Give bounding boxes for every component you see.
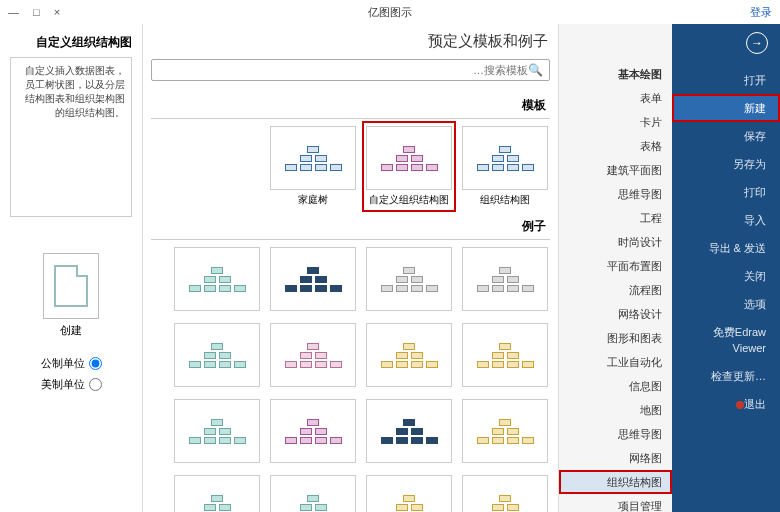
window-controls: — □ × <box>8 6 60 18</box>
thumb-row: 家庭树自定义组织结构图组织结构图 <box>151 123 550 210</box>
file-menu-item[interactable]: 关闭 <box>672 262 780 290</box>
template-thumb[interactable] <box>460 472 550 512</box>
template-thumb[interactable] <box>172 244 262 314</box>
template-gallery: 预定义模板和例子 🔍 模板家庭树自定义组织结构图组织结构图例子 <box>142 24 558 512</box>
file-menu-item[interactable]: 导出 & 发送 <box>672 234 780 262</box>
preview-description: 自定义插入数据图表，员工树状图，以及分层结构图表和组织架构图的组织结构图。 <box>10 57 132 217</box>
thumb-preview <box>366 323 452 387</box>
thumb-caption: 家庭树 <box>298 193 328 207</box>
exit-dot-icon <box>736 401 744 409</box>
document-icon <box>54 265 88 307</box>
gallery-heading: 预定义模板和例子 <box>143 24 558 55</box>
unit-radio-input[interactable] <box>89 378 102 391</box>
thumb-preview <box>462 126 548 190</box>
unit-radio-input[interactable] <box>89 357 102 370</box>
file-menu-item[interactable]: 另存为 <box>672 150 780 178</box>
template-thumb[interactable] <box>268 244 358 314</box>
thumb-preview <box>270 399 356 463</box>
file-menu-item[interactable]: 导入 <box>672 206 780 234</box>
category-item[interactable]: 基本绘图 <box>559 62 672 86</box>
template-thumb[interactable]: 自定义组织结构图 <box>364 123 454 210</box>
template-thumb[interactable] <box>460 320 550 390</box>
thumb-preview <box>366 247 452 311</box>
gallery-scroll[interactable]: 模板家庭树自定义组织结构图组织结构图例子 <box>143 85 558 512</box>
thumb-preview <box>270 247 356 311</box>
category-item[interactable]: 卡片 <box>559 110 672 134</box>
thumb-preview <box>174 399 260 463</box>
category-list: 基本绘图表单卡片表格建筑平面图思维导图工程时尚设计平面布置图流程图网络设计图形和… <box>558 24 672 512</box>
thumb-preview <box>462 399 548 463</box>
thumb-preview <box>462 475 548 512</box>
file-menu-item[interactable]: 退出 <box>672 390 780 418</box>
unit-radio-label: 公制单位 <box>41 356 85 371</box>
minimize-button[interactable]: — <box>8 6 19 18</box>
category-item[interactable]: 建筑平面图 <box>559 158 672 182</box>
thumb-preview <box>462 323 548 387</box>
category-item[interactable]: 地图 <box>559 398 672 422</box>
template-thumb[interactable] <box>172 472 262 512</box>
preview-panel: 自定义组织结构图 自定义插入数据图表，员工树状图，以及分层结构图表和组织架构图的… <box>0 24 142 512</box>
search-input[interactable] <box>158 64 528 76</box>
category-item[interactable]: 思维导图 <box>559 182 672 206</box>
category-item[interactable]: 表格 <box>559 134 672 158</box>
unit-radio-group: 公制单位美制单位 <box>41 356 102 392</box>
thumb-preview <box>366 399 452 463</box>
template-thumb[interactable] <box>268 472 358 512</box>
maximize-button[interactable]: □ <box>33 6 40 18</box>
create-label: 创建 <box>60 323 82 338</box>
category-item[interactable]: 组织结构图 <box>559 470 672 494</box>
template-thumb[interactable] <box>172 320 262 390</box>
template-thumb[interactable] <box>460 396 550 466</box>
category-item[interactable]: 网络设计 <box>559 302 672 326</box>
template-thumb[interactable] <box>172 396 262 466</box>
template-thumb[interactable] <box>364 244 454 314</box>
close-button[interactable]: × <box>54 6 60 18</box>
file-menu-item[interactable]: 免费Edraw Viewer <box>672 318 780 362</box>
category-item[interactable]: 表单 <box>559 86 672 110</box>
app-title: 亿图图示 <box>368 5 412 20</box>
category-item[interactable]: 项目管理 <box>559 494 672 512</box>
category-item[interactable]: 平面布置图 <box>559 254 672 278</box>
file-menu-item[interactable]: 打印 <box>672 178 780 206</box>
file-menu-item[interactable]: 新建 <box>672 94 780 122</box>
thumb-preview <box>174 323 260 387</box>
file-menu-item[interactable]: 打开 <box>672 66 780 94</box>
template-thumb[interactable] <box>364 472 454 512</box>
thumb-caption: 组织结构图 <box>480 193 530 207</box>
category-item[interactable]: 图形和图表 <box>559 326 672 350</box>
thumb-caption: 自定义组织结构图 <box>369 193 449 207</box>
unit-radio[interactable]: 公制单位 <box>41 356 102 371</box>
file-menu-item[interactable]: 检查更新… <box>672 362 780 390</box>
thumb-preview <box>462 247 548 311</box>
category-item[interactable]: 工业自动化 <box>559 350 672 374</box>
template-thumb[interactable] <box>460 244 550 314</box>
section-title: 模板 <box>151 93 550 119</box>
unit-radio[interactable]: 美制单位 <box>41 377 102 392</box>
template-thumb[interactable]: 家庭树 <box>268 123 358 210</box>
category-item[interactable]: 流程图 <box>559 278 672 302</box>
thumb-row <box>151 244 550 512</box>
template-thumb[interactable]: 组织结构图 <box>460 123 550 210</box>
thumb-preview <box>270 323 356 387</box>
template-thumb[interactable] <box>364 320 454 390</box>
file-menu-item[interactable]: 保存 <box>672 122 780 150</box>
file-menu-item[interactable]: 选项 <box>672 290 780 318</box>
thumb-preview <box>366 475 452 512</box>
thumb-preview <box>270 475 356 512</box>
file-menu-sidebar: → 打开新建保存另存为打印导入导出 & 发送关闭选项免费Edraw Viewer… <box>672 24 780 512</box>
category-item[interactable]: 网络图 <box>559 446 672 470</box>
create-block: 创建 <box>43 253 99 338</box>
category-item[interactable]: 时尚设计 <box>559 230 672 254</box>
template-thumb[interactable] <box>268 320 358 390</box>
create-button[interactable] <box>43 253 99 319</box>
template-thumb[interactable] <box>268 396 358 466</box>
category-item[interactable]: 信息图 <box>559 374 672 398</box>
category-item[interactable]: 思维导图 <box>559 422 672 446</box>
category-item[interactable]: 工程 <box>559 206 672 230</box>
login-link[interactable]: 登录 <box>750 5 772 20</box>
template-thumb[interactable] <box>364 396 454 466</box>
title-bar: — □ × 亿图图示 登录 <box>0 0 780 24</box>
back-button[interactable]: → <box>746 32 768 54</box>
file-menu: 打开新建保存另存为打印导入导出 & 发送关闭选项免费Edraw Viewer检查… <box>672 66 780 418</box>
thumb-preview <box>366 126 452 190</box>
